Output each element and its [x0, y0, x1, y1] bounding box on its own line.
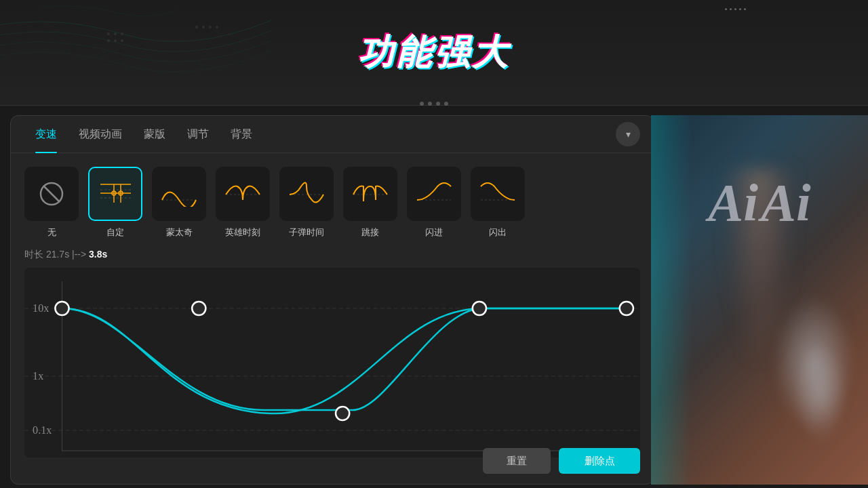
effect-hero[interactable]: 英雄时刻 — [216, 167, 270, 239]
target-duration: 3.8s — [89, 249, 107, 260]
effect-montage[interactable]: 蒙太奇 — [152, 167, 206, 239]
flash-in-icon — [414, 181, 454, 207]
top-hero-area: 功能强大 — [0, 0, 868, 105]
control-point-0 — [55, 302, 68, 315]
ai-text-2: Ai — [761, 176, 811, 229]
effect-flash-in-box — [407, 167, 461, 221]
ai-text-1: Ai — [708, 176, 758, 229]
montage-icon — [159, 181, 199, 207]
video-background: Ai Ai — [651, 115, 868, 485]
effect-hero-label: 英雄时刻 — [225, 226, 260, 239]
svg-line-11 — [43, 186, 60, 202]
delete-point-button[interactable]: 删除点 — [559, 448, 640, 474]
video-preview: Ai Ai — [651, 115, 868, 485]
svg-point-4 — [114, 39, 117, 42]
svg-point-2 — [121, 33, 123, 35]
svg-point-6 — [195, 26, 198, 28]
control-point-3 — [473, 302, 486, 315]
effects-row: 无 自定 — [11, 153, 654, 245]
section-divider — [0, 105, 868, 106]
svg-text:10x: 10x — [33, 302, 49, 314]
duration-label: 时长 21.7s — [24, 249, 69, 260]
control-point-1 — [192, 302, 205, 315]
tab-video-animation[interactable]: 视频动画 — [68, 116, 133, 153]
top-right-dots — [725, 8, 746, 10]
effect-bullet[interactable]: 子弹时间 — [279, 167, 334, 239]
effect-none-box — [24, 167, 79, 221]
svg-rect-26 — [24, 268, 640, 458]
tab-speed[interactable]: 变速 — [24, 116, 68, 153]
chevron-down-icon: ▾ — [626, 129, 631, 140]
control-point-4 — [620, 302, 633, 315]
effect-none-label: 无 — [47, 226, 56, 239]
reset-button[interactable]: 重置 — [483, 448, 551, 474]
effect-montage-box — [152, 167, 206, 221]
effect-custom[interactable]: 自定 — [88, 167, 142, 239]
effect-flash-in[interactable]: 闪进 — [407, 167, 461, 239]
jump-icon — [350, 181, 391, 207]
deco-lines-svg — [0, 0, 271, 81]
effect-custom-label: 自定 — [106, 226, 124, 239]
effect-none[interactable]: 无 — [24, 167, 79, 239]
effect-custom-box — [88, 167, 142, 221]
effect-jump-label: 跳接 — [361, 226, 379, 239]
flash-out-icon — [477, 181, 518, 207]
collapse-button[interactable]: ▾ — [616, 122, 640, 146]
duration-bar: 时长 21.7s |--> 3.8s — [24, 249, 640, 261]
svg-point-5 — [121, 39, 123, 42]
tab-background[interactable]: 背景 — [220, 116, 263, 153]
svg-point-8 — [209, 26, 212, 28]
tab-bar: 变速 视频动画 蒙版 调节 背景 ▾ — [11, 116, 654, 153]
effect-jump-box — [343, 167, 397, 221]
svg-point-7 — [202, 26, 205, 28]
svg-point-3 — [107, 39, 110, 42]
tab-mask[interactable]: 蒙版 — [133, 116, 176, 153]
effect-flash-in-label: 闪进 — [425, 226, 443, 239]
bullet-icon — [286, 181, 327, 207]
bottom-buttons: 重置 删除点 — [483, 448, 640, 474]
curve-chart[interactable]: 10x 1x 0.1x — [24, 268, 640, 458]
custom-effect-icon — [97, 181, 134, 207]
tab-adjust[interactable]: 调节 — [176, 116, 220, 153]
svg-text:1x: 1x — [33, 370, 43, 382]
page-title: 功能强大 — [358, 29, 510, 77]
effect-flash-out-label: 闪出 — [489, 226, 507, 239]
effect-bullet-box — [279, 167, 334, 221]
effect-hero-box — [216, 167, 270, 221]
effect-flash-out-box — [471, 167, 525, 221]
control-point-2 — [336, 407, 349, 420]
svg-point-9 — [216, 26, 218, 28]
duration-arrow: |--> — [72, 249, 86, 260]
effect-flash-out[interactable]: 闪出 — [471, 167, 525, 239]
curve-svg: 10x 1x 0.1x — [24, 268, 640, 458]
main-panel: 变速 视频动画 蒙版 调节 背景 ▾ 无 — [10, 115, 654, 485]
svg-point-1 — [114, 33, 117, 35]
svg-point-0 — [107, 33, 110, 35]
effect-montage-label: 蒙太奇 — [166, 226, 193, 239]
ai-text-container: Ai Ai — [708, 176, 810, 229]
hero-icon — [222, 181, 263, 207]
no-effect-icon — [38, 180, 65, 207]
effect-bullet-label: 子弹时间 — [289, 226, 324, 239]
effect-jump[interactable]: 跳接 — [343, 167, 397, 239]
svg-text:0.1x: 0.1x — [33, 424, 52, 436]
